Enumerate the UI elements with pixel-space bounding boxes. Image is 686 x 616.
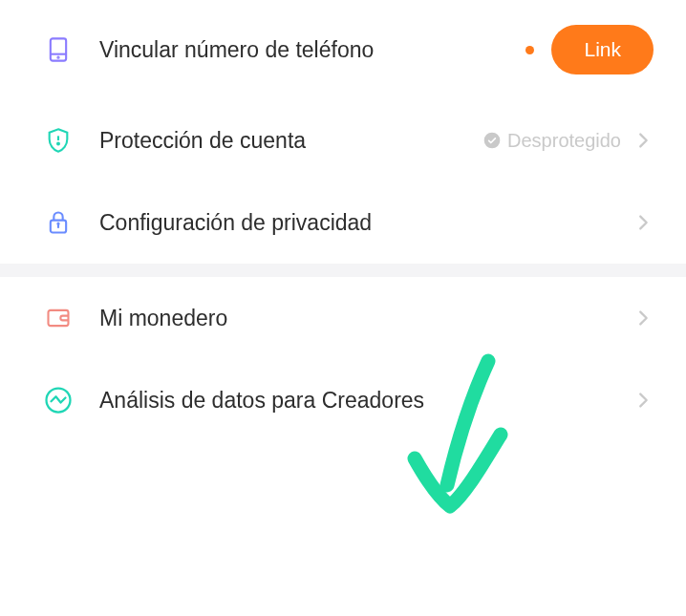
- check-circle-icon: [482, 131, 502, 150]
- chevron-right-icon: [632, 390, 654, 411]
- svg-point-4: [57, 143, 59, 145]
- lock-icon: [42, 206, 75, 239]
- row-link-phone-label: Vincular número de teléfono: [99, 37, 525, 63]
- wallet-icon: [42, 302, 75, 334]
- row-wallet[interactable]: Mi monedero: [0, 277, 686, 359]
- notification-dot: [525, 46, 534, 54]
- svg-rect-9: [49, 310, 69, 326]
- shield-icon: [42, 124, 75, 157]
- chevron-right-icon: [632, 212, 654, 233]
- row-account-protection-label: Protección de cuenta: [99, 128, 482, 154]
- row-account-protection[interactable]: Protección de cuenta Desprotegido: [0, 99, 686, 181]
- link-button[interactable]: Link: [551, 25, 654, 74]
- row-privacy-settings-label: Configuración de privacidad: [99, 210, 632, 236]
- analytics-icon: [42, 384, 75, 416]
- svg-point-5: [484, 133, 501, 149]
- row-creator-analytics-label: Análisis de datos para Creadores: [99, 388, 632, 414]
- row-privacy-settings[interactable]: Configuración de privacidad: [0, 181, 686, 264]
- row-wallet-label: Mi monedero: [99, 306, 632, 331]
- chevron-right-icon: [632, 308, 654, 329]
- svg-point-8: [57, 223, 58, 224]
- row-link-phone[interactable]: Vincular número de teléfono Link: [0, 0, 686, 99]
- phone-sim-icon: [42, 33, 75, 66]
- chevron-right-icon: [632, 130, 654, 151]
- svg-point-2: [57, 57, 58, 58]
- row-creator-analytics[interactable]: Análisis de datos para Creadores: [0, 359, 686, 441]
- status-text: Desprotegido: [507, 130, 621, 152]
- status-badge: Desprotegido: [482, 130, 621, 152]
- section-divider: [0, 264, 686, 277]
